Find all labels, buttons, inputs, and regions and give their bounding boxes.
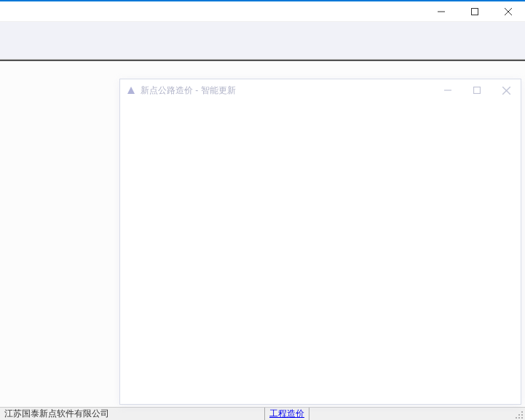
dialog-window-controls xyxy=(433,79,521,101)
svg-point-9 xyxy=(521,417,523,419)
status-company-label: 江苏国泰新点软件有限公司 xyxy=(0,408,264,420)
dialog-maximize-button[interactable] xyxy=(462,79,492,101)
svg-point-7 xyxy=(516,417,517,419)
close-button[interactable] xyxy=(492,1,525,22)
app-triangle-icon xyxy=(126,85,136,95)
svg-point-8 xyxy=(518,417,520,419)
engineering-cost-link[interactable]: 工程造价 xyxy=(265,408,309,420)
status-link-segment: 工程造价 xyxy=(264,408,309,420)
svg-rect-1 xyxy=(472,8,478,15)
status-empty-segment xyxy=(309,408,481,420)
main-titlebar xyxy=(0,1,525,22)
dialog-title-label: 新点公路造价 - 智能更新 xyxy=(141,84,433,97)
window-controls xyxy=(425,1,525,22)
svg-point-4 xyxy=(521,411,523,413)
ribbon-separator xyxy=(0,60,525,61)
update-dialog: 新点公路造价 - 智能更新 xyxy=(119,79,521,405)
dialog-titlebar: 新点公路造价 - 智能更新 xyxy=(120,79,521,101)
dialog-minimize-button[interactable] xyxy=(433,79,462,101)
dialog-close-button[interactable] xyxy=(492,79,521,101)
ribbon-toolbar xyxy=(0,22,525,60)
maximize-button[interactable] xyxy=(458,1,492,22)
status-bar: 江苏国泰新点软件有限公司 工程造价 xyxy=(0,407,525,420)
svg-rect-12 xyxy=(474,87,481,94)
resize-grip-icon[interactable] xyxy=(512,408,525,421)
minimize-button[interactable] xyxy=(425,1,458,22)
svg-marker-10 xyxy=(127,87,135,94)
dialog-content-area xyxy=(120,101,521,404)
svg-point-6 xyxy=(521,414,523,416)
svg-point-5 xyxy=(518,414,520,416)
